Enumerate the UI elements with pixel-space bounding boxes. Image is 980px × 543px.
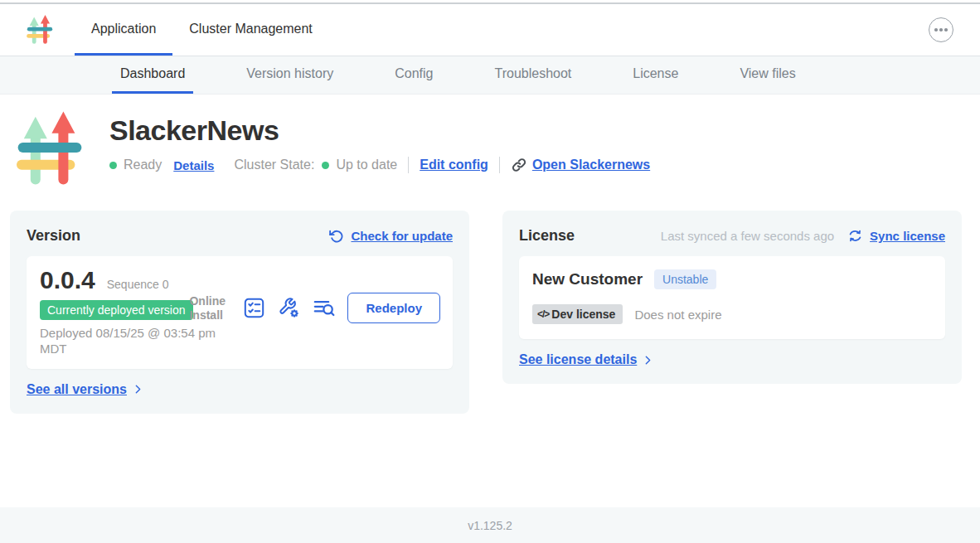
config-wrench-gear-icon[interactable] <box>278 297 300 319</box>
last-synced-label: Last synced a few seconds ago <box>661 229 834 243</box>
version-actions: Online Install <box>189 293 440 323</box>
version-card: Version Check for update 0.0.4 Sequence … <box>10 211 469 414</box>
app-status-dot <box>109 162 117 169</box>
edit-config-link[interactable]: Edit config <box>420 158 488 172</box>
cluster-state-value: Up to date <box>336 158 397 172</box>
license-type-label: Dev license <box>551 308 615 321</box>
see-license-details-row[interactable]: See license details <box>519 352 945 367</box>
sync-license-link[interactable]: Sync license <box>870 229 945 243</box>
sync-arrows-icon <box>847 228 863 244</box>
app-status-label: Ready <box>124 158 162 172</box>
code-icon: </> <box>537 308 549 320</box>
link-chain-icon <box>511 157 527 173</box>
check-for-update-link[interactable]: Check for update <box>351 229 453 243</box>
divider <box>408 157 409 173</box>
tab-application-label: Application <box>91 22 156 36</box>
license-expiration: Does not expire <box>634 308 721 322</box>
license-details-panel: New Customer Unstable </> Dev license Do… <box>519 256 945 339</box>
details-link[interactable]: Details <box>173 158 214 172</box>
tab-config[interactable]: Config <box>386 56 441 94</box>
refresh-icon <box>329 229 344 244</box>
divider <box>499 157 500 173</box>
see-license-details-link[interactable]: See license details <box>519 352 637 367</box>
tab-cluster-management-label: Cluster Management <box>189 22 313 36</box>
deployed-status-badge: Currently deployed version <box>40 300 193 320</box>
console-version: v1.125.2 <box>468 519 512 532</box>
tab-troubleshoot[interactable]: Troubleshoot <box>486 56 580 94</box>
app-header: Application Cluster Management <box>0 4 980 56</box>
more-menu-button[interactable] <box>929 17 953 42</box>
chevron-right-icon <box>133 384 143 395</box>
deployed-timestamp: Deployed 08/15/25 @ 03:54 pm MDT <box>40 326 232 357</box>
license-card-title: License <box>519 227 575 245</box>
license-card: License Last synced a few seconds ago Sy… <box>502 211 962 384</box>
customer-name: New Customer <box>532 270 643 288</box>
tab-dashboard[interactable]: Dashboard <box>112 56 193 94</box>
tab-view-files[interactable]: View files <box>731 56 803 94</box>
license-type-badge: </> Dev license <box>532 304 623 324</box>
see-all-versions-link[interactable]: See all versions <box>27 382 127 397</box>
app-footer: v1.125.2 <box>0 507 980 543</box>
tab-application[interactable]: Application <box>75 4 172 56</box>
tab-license[interactable]: License <box>624 56 686 94</box>
view-logs-search-icon[interactable] <box>313 297 335 319</box>
tab-cluster-management[interactable]: Cluster Management <box>172 4 329 56</box>
version-number: 0.0.4 <box>40 266 95 294</box>
primary-nav: Application Cluster Management <box>75 4 329 56</box>
install-type-label: Online Install <box>189 294 230 321</box>
chevron-right-icon <box>643 355 653 366</box>
app-status-row: Ready Details Cluster State: Up to date … <box>109 157 650 173</box>
current-version-panel: 0.0.4 Sequence 0 Currently deployed vers… <box>27 256 453 369</box>
cluster-state-dot <box>322 162 329 169</box>
slackernews-app-icon <box>17 109 83 189</box>
preflight-checks-icon[interactable] <box>243 297 265 319</box>
redeploy-button[interactable]: Redeploy <box>347 293 440 323</box>
slackernews-logo-icon <box>27 14 53 46</box>
version-card-title: Version <box>27 227 80 245</box>
tab-version-history[interactable]: Version history <box>238 56 342 94</box>
channel-badge: Unstable <box>654 269 716 289</box>
app-head: SlackerNews Ready Details Cluster State:… <box>0 95 980 189</box>
ellipsis-icon <box>934 28 938 32</box>
open-app-link[interactable]: Open Slackernews <box>532 158 650 172</box>
dashboard-cards: Version Check for update 0.0.4 Sequence … <box>10 211 962 414</box>
app-subnav: Dashboard Version history Config Trouble… <box>0 56 980 95</box>
sequence-label: Sequence 0 <box>107 278 169 291</box>
page-title: SlackerNews <box>109 114 650 147</box>
see-all-versions-row[interactable]: See all versions <box>27 382 453 397</box>
cluster-state-label: Cluster State: <box>234 158 314 172</box>
